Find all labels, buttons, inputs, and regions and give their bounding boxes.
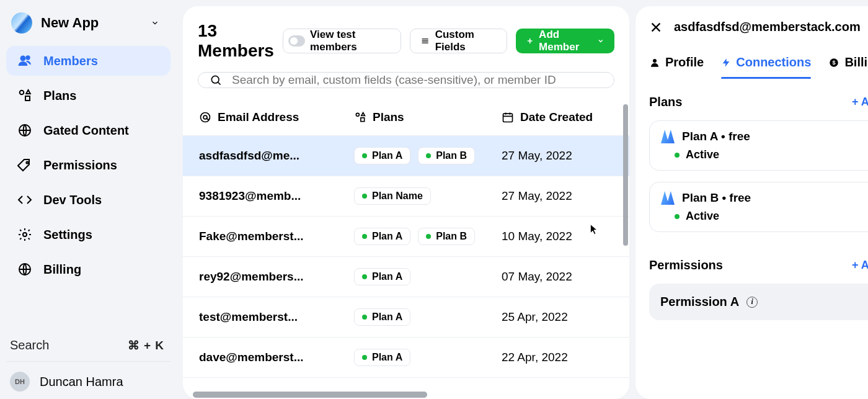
table-body: asdfasdfsd@me... Plan A Plan B 27 May, 2… [183, 135, 629, 399]
plan-chip: Plan B [418, 228, 475, 245]
user-name: Duncan Hamra [40, 375, 123, 389]
current-user[interactable]: DH Duncan Hamra [6, 362, 170, 392]
app-switcher[interactable]: New App [6, 6, 170, 42]
cell-date: 10 May, 2022 [502, 230, 613, 243]
sidebar-nav: Members Plans Gated Content Permissions [6, 46, 170, 284]
svg-rect-12 [361, 118, 365, 122]
search-label: Search [10, 338, 49, 352]
svg-rect-13 [503, 114, 513, 122]
members-search[interactable] [198, 72, 614, 88]
cell-plans: Plan A [354, 308, 502, 326]
table-row[interactable]: rey92@members... Plan A 07 May, 2022 [183, 256, 629, 297]
table-row[interactable]: 9381923@memb... Plan Name 27 May, 2022 [183, 176, 629, 216]
plan-logo-icon [661, 191, 675, 205]
app-logo [11, 12, 32, 34]
col-date-label: Date Created [520, 110, 593, 124]
sidebar-item-billing[interactable]: Billing [6, 254, 170, 284]
sidebar-item-plans[interactable]: Plans [6, 81, 170, 110]
tab-profile-label: Profile [665, 55, 704, 69]
plan-status: Active [686, 148, 719, 161]
svg-point-1 [26, 56, 29, 59]
col-plans[interactable]: Plans [354, 110, 502, 124]
plan-title: Plan A • free [682, 130, 750, 143]
page-title: 13 Members [198, 21, 274, 61]
add-plan-button[interactable]: + Add [852, 96, 868, 109]
col-date[interactable]: Date Created [502, 110, 613, 124]
table-row[interactable]: Fake@memberst... Plan A Plan B 10 May, 2… [183, 216, 629, 256]
sidebar-item-label: Plans [43, 89, 76, 103]
member-plan-card[interactable]: Plan A • free Active [649, 120, 868, 171]
plan-status: Active [686, 210, 719, 223]
app-title: New App [41, 15, 99, 31]
cell-plans: Plan A Plan B [354, 228, 502, 245]
shapes-icon [17, 88, 32, 103]
cell-email: dave@memberst... [199, 351, 354, 364]
chevron-down-icon [151, 19, 159, 27]
info-icon[interactable]: i [746, 297, 758, 308]
permissions-section: Permissions + Add Permission A i [649, 258, 868, 320]
cell-plans: Plan A Plan B [354, 147, 502, 164]
sidebar-item-gated-content[interactable]: Gated Content [6, 115, 170, 145]
view-test-members-toggle[interactable]: View test members [283, 29, 402, 53]
custom-fields-button[interactable]: Custom Fields [410, 29, 507, 53]
sidebar-item-members[interactable]: Members [6, 46, 170, 76]
plans-heading: Plans [649, 95, 682, 109]
add-permission-button[interactable]: + Add [852, 259, 868, 272]
svg-point-0 [21, 56, 25, 61]
chevron-down-icon [597, 37, 604, 45]
view-test-members-label: View test members [310, 29, 391, 53]
at-icon [199, 111, 211, 123]
tab-billing[interactable]: $ Billing [828, 50, 868, 78]
sidebar-search[interactable]: Search ⌘ + K [6, 330, 170, 362]
table-row[interactable]: test@memberst... Plan A 25 Apr, 2022 [183, 297, 629, 337]
shapes-icon [354, 111, 366, 123]
plan-title: Plan B • free [682, 191, 751, 205]
sidebar-item-label: Billing [43, 262, 81, 277]
sidebar-item-dev-tools[interactable]: Dev Tools [6, 185, 170, 215]
plan-chip: Plan A [354, 349, 410, 366]
toggle-icon [288, 35, 305, 47]
tab-connections[interactable]: Connections [721, 50, 811, 78]
plans-section: Plans + Add Plan A • free Active Plan B … [649, 95, 868, 232]
avatar: DH [10, 372, 30, 392]
plan-chip: Plan B [418, 147, 475, 164]
col-email[interactable]: Email Address [199, 110, 354, 124]
cell-email: rey92@members... [199, 270, 354, 284]
plan-chip: Plan A [354, 147, 410, 164]
scrollbar-horizontal[interactable] [193, 392, 427, 398]
cell-email: 9381923@memb... [199, 189, 354, 203]
cell-plans: Plan A [354, 349, 502, 366]
add-member-button[interactable]: Add Member [516, 29, 614, 53]
permission-item[interactable]: Permission A i [649, 284, 868, 320]
plan-chip: Plan Name [354, 187, 431, 205]
sidebar-item-permissions[interactable]: Permissions [6, 150, 170, 180]
tab-profile[interactable]: Profile [649, 50, 704, 78]
svg-text:$: $ [833, 60, 836, 66]
svg-point-2 [20, 91, 24, 95]
cell-date: 22 Apr, 2022 [502, 351, 613, 364]
plus-icon [526, 36, 534, 46]
user-icon [649, 57, 660, 68]
tab-billing-label: Billing [844, 55, 868, 69]
panel-email: asdfasdfsd@memberstack.com [674, 20, 861, 34]
sidebar-item-settings[interactable]: Settings [6, 220, 170, 249]
table-row[interactable]: dave@memberst... Plan A 22 Apr, 2022 [183, 337, 629, 377]
svg-point-10 [203, 115, 207, 119]
close-icon[interactable] [649, 20, 663, 34]
cell-date: 07 May, 2022 [502, 270, 613, 284]
bolt-icon [721, 58, 731, 68]
code-icon [17, 192, 32, 207]
search-input[interactable] [231, 73, 603, 87]
table-row[interactable]: asdfasdfsd@me... Plan A Plan B 27 May, 2… [183, 135, 629, 176]
plan-chip: Plan A [354, 308, 410, 326]
plan-chip: Plan A [354, 268, 410, 285]
panel-tabs: Profile Connections $ Billing [649, 50, 868, 79]
svg-point-6 [23, 233, 27, 236]
table-header: Email Address Plans Date Created [183, 101, 629, 135]
member-plan-card[interactable]: Plan B • free Active [649, 182, 868, 232]
scrollbar-vertical[interactable] [623, 104, 628, 246]
member-detail-panel: asdfasdfsd@memberstack.com Profile Conne… [636, 6, 868, 399]
svg-point-11 [356, 113, 359, 116]
permissions-heading: Permissions [649, 258, 723, 272]
col-plans-label: Plans [373, 110, 404, 124]
